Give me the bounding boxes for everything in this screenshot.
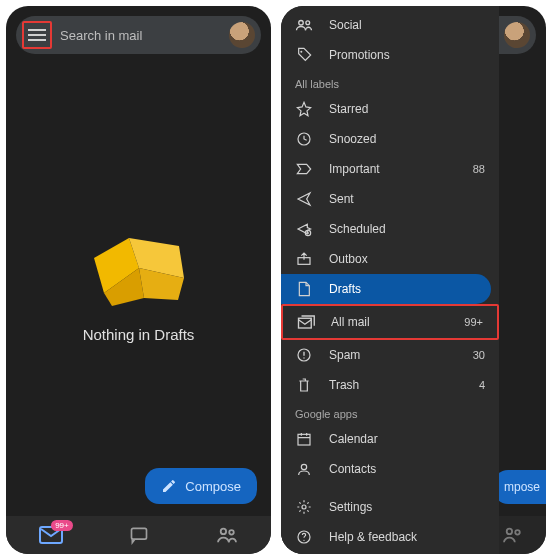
drawer-item-label: Settings	[329, 500, 485, 514]
drawer-item-trash[interactable]: Trash4	[281, 370, 499, 400]
phone-left: Nothing in Drafts Search in mail Compose…	[6, 6, 271, 554]
drawer-item-help-feedback[interactable]: Help & feedback	[281, 522, 499, 552]
important-icon	[295, 162, 313, 176]
drawer-item-scheduled[interactable]: Scheduled	[281, 214, 499, 244]
drawer-item-label: Scheduled	[329, 222, 485, 236]
compose-label: Compose	[185, 479, 241, 494]
outbox-icon	[295, 251, 313, 267]
help-icon	[295, 529, 313, 545]
drawer-item-label: Starred	[329, 102, 485, 116]
calendar-icon	[295, 431, 313, 447]
section-google-apps: Google apps	[281, 400, 499, 424]
highlight-all-mail: All mail99+	[281, 304, 499, 340]
svg-point-14	[306, 21, 310, 25]
drawer-item-all-mail[interactable]: All mail99+	[283, 307, 497, 337]
drawer-item-count: 30	[473, 349, 485, 361]
nav-chat[interactable]	[129, 525, 149, 545]
drawer-item-outbox[interactable]: Outbox	[281, 244, 499, 274]
spam-icon	[295, 347, 313, 363]
contacts-icon	[295, 461, 313, 477]
people-icon	[216, 526, 238, 544]
drawer-item-social[interactable]: Social	[281, 10, 499, 40]
schedule-icon	[295, 221, 313, 237]
svg-point-21	[303, 357, 304, 358]
svg-point-12	[515, 530, 520, 535]
nav-mail[interactable]: 99+	[39, 526, 63, 544]
bottom-nav: 99+	[6, 516, 271, 554]
drawer-item-label: Spam	[329, 348, 457, 362]
drawer-item-label: Help & feedback	[329, 530, 485, 544]
drawer-item-label: All mail	[331, 315, 448, 329]
drawer-item-label: Contacts	[329, 462, 485, 476]
svg-point-10	[229, 530, 234, 535]
nav-spaces[interactable]	[216, 526, 238, 544]
compose-button[interactable]: Compose	[145, 468, 257, 504]
drawer-item-label: Important	[329, 162, 457, 176]
drawer-item-sent[interactable]: Sent	[281, 184, 499, 214]
drawer-item-label: Social	[329, 18, 485, 32]
phone-right: mpose SocialPromotions All labels Starre…	[281, 6, 546, 554]
empty-message: Nothing in Drafts	[83, 326, 195, 343]
svg-rect-19	[299, 318, 312, 328]
allmail-icon	[297, 314, 315, 330]
svg-point-13	[299, 21, 304, 26]
nav-drawer: SocialPromotions All labels StarredSnooz…	[281, 6, 499, 554]
send-icon	[295, 191, 313, 207]
section-all-labels: All labels	[281, 70, 499, 94]
chat-icon	[129, 525, 149, 545]
drawer-item-promotions[interactable]: Promotions	[281, 40, 499, 70]
svg-point-24	[302, 505, 306, 509]
drawer-item-starred[interactable]: Starred	[281, 94, 499, 124]
compose-button-partial[interactable]: mpose	[494, 470, 546, 504]
svg-rect-22	[298, 434, 310, 445]
drawer-item-calendar[interactable]: Calendar	[281, 424, 499, 454]
svg-point-11	[507, 529, 512, 534]
svg-point-26	[303, 540, 304, 541]
drawer-item-contacts[interactable]: Contacts	[281, 454, 499, 484]
svg-point-23	[301, 464, 306, 469]
tag-icon	[295, 47, 313, 63]
svg-point-9	[221, 529, 226, 534]
svg-rect-8	[132, 528, 147, 539]
drawer-item-important[interactable]: Important88	[281, 154, 499, 184]
drawer-item-count: 99+	[464, 316, 483, 328]
drawer-item-snoozed[interactable]: Snoozed	[281, 124, 499, 154]
drawer-item-label: Sent	[329, 192, 485, 206]
pencil-icon	[161, 478, 177, 494]
drawer-item-settings[interactable]: Settings	[281, 492, 499, 522]
social-icon	[295, 18, 313, 32]
drawer-item-label: Trash	[329, 378, 463, 392]
trash-icon	[295, 377, 313, 393]
drawer-item-label: Drafts	[329, 282, 477, 296]
drawer-item-label: Promotions	[329, 48, 485, 62]
drawer-item-drafts[interactable]: Drafts	[281, 274, 491, 304]
file-icon	[295, 281, 313, 297]
people-icon	[502, 526, 524, 544]
mail-badge: 99+	[51, 520, 73, 531]
gear-icon	[295, 499, 313, 515]
drawer-item-count: 88	[473, 163, 485, 175]
star-icon	[295, 101, 313, 117]
drawer-item-label: Calendar	[329, 432, 485, 446]
drawer-item-label: Outbox	[329, 252, 485, 266]
drawer-item-label: Snoozed	[329, 132, 485, 146]
drawer-item-spam[interactable]: Spam30	[281, 340, 499, 370]
account-avatar[interactable]	[504, 22, 530, 48]
clock-icon	[295, 131, 313, 147]
svg-point-15	[300, 51, 302, 53]
drawer-item-count: 4	[479, 379, 485, 391]
drafts-empty-icon	[84, 218, 194, 308]
